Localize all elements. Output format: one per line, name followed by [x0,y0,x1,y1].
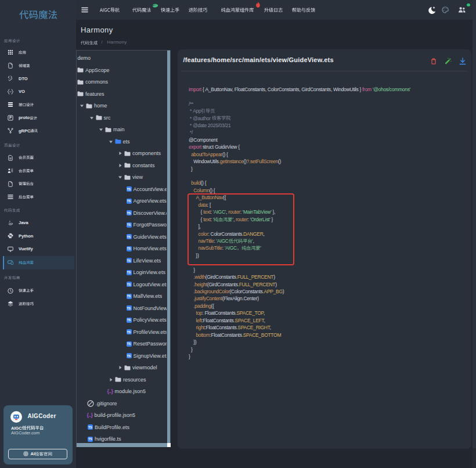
svg-text:P: P [9,116,12,120]
